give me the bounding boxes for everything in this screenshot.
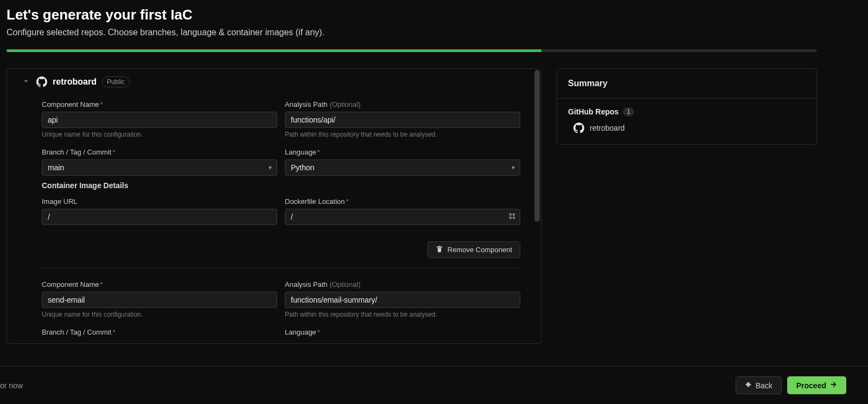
summary-repo-name: retroboard	[590, 124, 625, 132]
image-url-input[interactable]	[42, 209, 277, 225]
back-label: Back	[756, 381, 773, 390]
chevron-down-icon	[22, 78, 31, 87]
progress-bar	[7, 49, 817, 52]
summary-title: Summary	[557, 69, 816, 99]
branch-label: Branch / Tag / Commit*	[42, 328, 277, 336]
container-section-label: Container Image Details	[42, 181, 520, 190]
component-name-helper: Unique name for this configuration.	[42, 311, 277, 318]
branch-label: Branch / Tag / Commit*	[42, 148, 277, 156]
arrow-left-icon	[745, 381, 752, 390]
page-title: Let's generate your first IaC	[7, 7, 861, 23]
summary-section-label: GitHub Repos	[568, 107, 618, 116]
remove-component-button[interactable]: Remove Component	[427, 241, 520, 258]
repo-header[interactable]: retroboard Public	[7, 69, 539, 95]
back-button[interactable]: Back	[736, 376, 782, 394]
svg-rect-3	[513, 216, 515, 219]
language-label: Language*	[285, 328, 520, 336]
component-name-input[interactable]	[42, 292, 277, 308]
component-name-helper: Unique name for this configuration.	[42, 131, 277, 138]
analysis-path-input[interactable]	[285, 292, 520, 308]
branch-select[interactable]	[42, 159, 277, 176]
trash-icon	[436, 245, 443, 254]
arrow-right-icon	[829, 381, 837, 390]
dockerfile-label: Dockerfile Location*	[285, 197, 520, 206]
visibility-badge: Public	[102, 76, 130, 87]
summary-panel: Summary GitHub Repos 1 retroboard	[557, 68, 817, 145]
component-block: Component Name* Unique name for this con…	[7, 95, 539, 343]
skip-link[interactable]: or now	[0, 381, 23, 390]
proceed-label: Proceed	[796, 381, 826, 390]
analysis-path-label: Analysis Path (Optional)	[285, 100, 520, 108]
proceed-button[interactable]: Proceed	[787, 376, 846, 394]
svg-rect-0	[509, 213, 512, 215]
dockerfile-input[interactable]	[285, 209, 520, 225]
component-name-input[interactable]	[42, 112, 277, 128]
progress-fill	[7, 49, 541, 52]
svg-rect-1	[513, 213, 515, 215]
analysis-path-label: Analysis Path (Optional)	[285, 280, 520, 288]
scrollbar-thumb[interactable]	[534, 70, 540, 222]
analysis-path-input[interactable]	[285, 112, 520, 128]
component-name-label: Component Name*	[42, 280, 277, 288]
language-label: Language*	[285, 148, 520, 156]
analysis-path-helper: Path within this repository that needs t…	[285, 131, 520, 138]
svg-rect-2	[509, 216, 512, 219]
component-name-label: Component Name*	[42, 100, 277, 108]
footer-bar: or now Back Proceed	[0, 366, 868, 404]
github-icon	[573, 123, 584, 133]
file-picker-icon[interactable]	[508, 213, 516, 222]
page-subtitle: Configure selected repos. Choose branche…	[7, 28, 861, 37]
github-icon	[36, 76, 47, 87]
image-url-label: Image URL	[42, 197, 277, 206]
summary-repo-item: retroboard	[568, 123, 806, 133]
repo-name: retroboard	[53, 77, 97, 87]
language-select[interactable]	[285, 159, 520, 176]
remove-component-label: Remove Component	[448, 246, 512, 254]
repo-count-badge: 1	[623, 107, 634, 116]
analysis-path-helper: Path within this repository that needs t…	[285, 311, 520, 318]
config-panel: retroboard Public Component Name* Unique…	[7, 68, 541, 344]
